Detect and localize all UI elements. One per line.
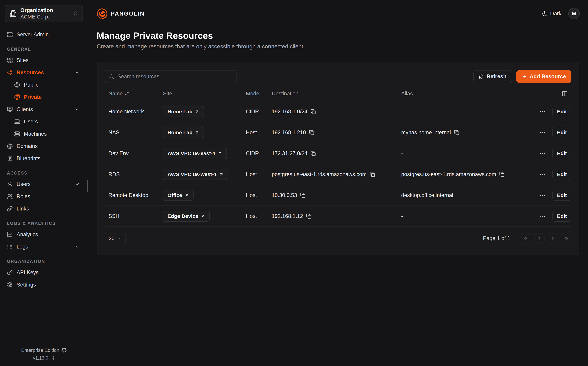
link-icon (7, 206, 13, 212)
edit-button[interactable]: Edit (552, 190, 571, 201)
chevron-up-icon (74, 107, 80, 112)
user-icon (7, 181, 13, 187)
theme-toggle[interactable]: Dark (542, 11, 561, 17)
sidebar-nav: Server AdminGENERALSitesResourcesPublicP… (5, 28, 83, 291)
cell-name: NAS (105, 130, 160, 136)
sidebar-item-machines[interactable]: Machines (5, 128, 83, 140)
sidebar-item-private[interactable]: Private (5, 91, 83, 103)
share-network-icon (7, 70, 13, 76)
sidebar-item-label: Clients (17, 106, 33, 113)
sidebar-item-label: Server Admin (17, 31, 49, 38)
refresh-button[interactable]: Refresh (473, 70, 512, 83)
edit-button[interactable]: Edit (552, 127, 571, 138)
site-label: Home Lab (168, 130, 192, 136)
table-row: Home NetworkHome LabCIDR192.168.1.0/24-E… (105, 101, 571, 122)
sidebar-item-clients[interactable]: Clients (5, 103, 83, 115)
site-link[interactable]: Home Lab (163, 127, 204, 138)
org-selector-value: ACME Corp. (20, 14, 68, 20)
prev-page-button[interactable] (534, 233, 544, 244)
github-icon[interactable] (61, 348, 67, 353)
row-menu-button[interactable] (539, 129, 547, 136)
sidebar-item-public[interactable]: Public (5, 79, 83, 91)
table-row: RDSAWS VPC us-west-1Hostpostgres.us-east… (105, 164, 571, 185)
copy-icon[interactable] (311, 109, 316, 114)
row-menu-button[interactable] (539, 212, 547, 220)
cell-site: Office (160, 190, 243, 201)
main-content: PANGOLIN Dark M Manage Private Resources… (88, 0, 588, 366)
sidebar-footer: Enterprise Edition v1.13.0 (0, 348, 88, 361)
chevron-down-icon (74, 244, 80, 249)
search-icon (109, 74, 114, 79)
sidebar-item-resources[interactable]: Resources (5, 66, 83, 79)
external-link-icon[interactable] (50, 356, 55, 360)
sidebar-item-roles[interactable]: Roles (5, 190, 83, 203)
chevron-right-icon (550, 236, 555, 241)
logs-icon (7, 244, 13, 250)
sidebar-item-server-admin[interactable]: Server Admin (5, 28, 83, 41)
row-menu-button[interactable] (539, 191, 547, 199)
copy-icon[interactable] (309, 130, 314, 135)
column-header-destination: Destination (269, 91, 398, 97)
sidebar-item-settings[interactable]: Settings (5, 279, 83, 291)
sidebar-item-links[interactable]: Links (5, 203, 83, 215)
topbar-controls: Dark M (542, 8, 580, 19)
copy-icon[interactable] (454, 130, 459, 135)
row-menu-button[interactable] (539, 108, 547, 115)
arrow-up-right-icon (195, 109, 199, 114)
row-menu-button[interactable] (539, 171, 547, 178)
sidebar-item-logs[interactable]: Logs (5, 241, 83, 253)
sidebar-item-label: Roles (17, 193, 30, 200)
sidebar-item-users[interactable]: Users (5, 115, 83, 128)
sidebar-scrollbar-thumb[interactable] (87, 180, 88, 192)
sidebar-item-api-keys[interactable]: API Keys (5, 266, 83, 279)
sidebar-item-label: Resources (17, 69, 44, 76)
sidebar-item-label: API Keys (17, 269, 39, 276)
copy-icon[interactable] (370, 172, 375, 177)
sidebar-item-blueprints[interactable]: Blueprints (5, 152, 83, 165)
edit-button[interactable]: Edit (552, 169, 571, 180)
sidebar-section-label: LOGS & ANALYTICS (5, 218, 83, 228)
cell-mode: CIDR (243, 150, 269, 157)
moon-icon (542, 11, 548, 17)
pangolin-logo-icon (97, 8, 108, 19)
last-page-button[interactable] (561, 233, 571, 244)
copy-icon[interactable] (300, 193, 305, 198)
sidebar-item-sites[interactable]: Sites (5, 54, 83, 66)
sort-icon[interactable] (125, 92, 129, 96)
sidebar-subgroup: PublicPrivate (5, 79, 83, 103)
copy-icon[interactable] (499, 172, 504, 177)
search-input[interactable] (118, 73, 232, 80)
cell-mode: Host (243, 171, 269, 177)
avatar[interactable]: M (568, 8, 580, 19)
site-link[interactable]: Home Lab (163, 106, 204, 117)
site-link[interactable]: AWS VPC us-east-1 (163, 148, 227, 159)
row-menu-button[interactable] (539, 150, 547, 157)
chevrons-right-icon (564, 236, 569, 241)
columns-toggle-button[interactable] (562, 91, 568, 97)
first-page-button[interactable] (521, 233, 531, 244)
chevrons-left-icon (523, 236, 529, 241)
brand-name: PANGOLIN (111, 10, 145, 17)
arrow-up-right-icon (195, 130, 199, 135)
site-link[interactable]: AWS VPC us-west-1 (163, 169, 228, 180)
page-size-select[interactable]: 20 (105, 233, 126, 244)
edit-button[interactable]: Edit (552, 106, 571, 117)
copy-icon[interactable] (306, 214, 311, 219)
site-link[interactable]: Office (163, 190, 193, 201)
edit-button[interactable]: Edit (552, 211, 571, 222)
add-resource-button[interactable]: Add Resource (516, 70, 571, 83)
edit-button[interactable]: Edit (552, 148, 571, 159)
table-row: Remote DesktopOfficeHost10.30.0.53deskto… (105, 185, 571, 206)
next-page-button[interactable] (548, 233, 558, 244)
version-label[interactable]: v1.13.0 (33, 355, 48, 361)
column-header-site: Site (160, 91, 243, 97)
chart-line-icon (7, 232, 13, 237)
sidebar-item-label: Private (24, 94, 42, 100)
org-selector[interactable]: Organization ACME Corp. (5, 5, 83, 22)
sidebar-item-label: Settings (17, 282, 36, 288)
copy-icon[interactable] (311, 151, 316, 156)
sidebar-item-analytics[interactable]: Analytics (5, 228, 83, 241)
site-link[interactable]: Edge Device (163, 211, 210, 222)
sidebar-item-domains[interactable]: Domains (5, 140, 83, 152)
sidebar-item-users[interactable]: Users (5, 178, 83, 190)
